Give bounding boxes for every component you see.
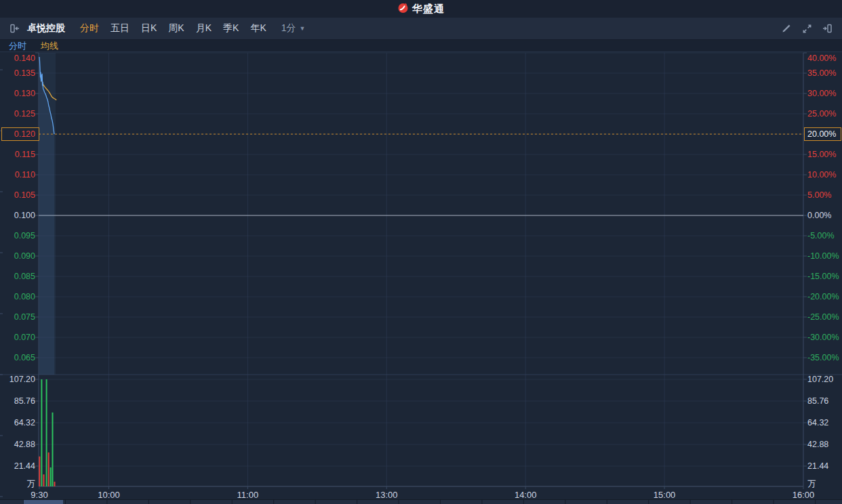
volume-axis-label: 85.76 [807, 396, 828, 406]
pct-axis-label: 10.00% [807, 170, 836, 180]
volume-bar [50, 467, 52, 486]
price-axis-label: 0.075 [14, 312, 35, 322]
chart-legend: 分时均线 [0, 40, 842, 51]
tab-five-day[interactable]: 五日 [111, 22, 129, 35]
last-price-label: 0.120 [14, 129, 35, 139]
period-tabs: 分时五日日K周K月K季K年K [80, 22, 266, 35]
tab-day-k[interactable]: 日K [141, 22, 157, 35]
tab-quarter-k[interactable]: 季K [223, 22, 239, 35]
time-axis-label: 13:00 [376, 490, 398, 500]
price-axis-label: 0.090 [14, 251, 35, 261]
price-axis-label: 0.135 [14, 68, 35, 78]
price-axis-label: 0.085 [14, 272, 35, 281]
volume-axis-label: 42.88 [807, 440, 828, 449]
volume-axis-label: 107.20 [9, 375, 35, 384]
pct-axis-label: 15.00% [807, 150, 836, 159]
price-axis-label: 0.095 [14, 231, 35, 240]
time-axis-label: 10:00 [98, 490, 120, 500]
time-axis-label: 11:00 [237, 490, 259, 500]
chart-toolbar: 卓悦控股 分时五日日K周K月K季K年K 1分 ▼ [0, 18, 842, 40]
range-navigator[interactable] [0, 500, 842, 504]
volume-axis-label: 64.32 [14, 418, 35, 427]
collapse-left-panel-icon[interactable] [8, 22, 20, 35]
pct-axis-label: 25.00% [807, 109, 836, 119]
volume-unit-label: 万 [27, 479, 36, 488]
pct-axis-label: 5.00% [807, 190, 831, 200]
volume-bar [46, 379, 47, 486]
volume-bar [52, 413, 54, 486]
pct-axis-label: 35.00% [807, 68, 836, 78]
time-axis-label: 15:00 [654, 490, 676, 500]
price-axis-label: 0.140 [14, 54, 35, 63]
volume-bar [54, 482, 56, 486]
time-axis-label: 16:00 [793, 490, 815, 500]
legend-avg-line[interactable]: 均线 [41, 40, 58, 51]
price-axis-label: 0.125 [14, 109, 35, 119]
price-axis-label: 0.105 [14, 190, 35, 200]
price-axis-label: 0.065 [14, 353, 35, 362]
pct-axis-label: -10.00% [807, 251, 839, 261]
volume-unit-label: 万 [807, 479, 816, 488]
time-axis-label: 14:00 [515, 490, 537, 500]
pct-axis-label: -5.00% [807, 231, 835, 240]
pct-axis-label: -30.00% [807, 333, 839, 342]
pct-axis-label: -25.00% [807, 312, 839, 322]
pct-axis-label: -15.00% [807, 272, 839, 281]
fullscreen-icon[interactable] [801, 22, 813, 35]
price-axis-label: 0.115 [15, 150, 35, 159]
volume-axis-label: 21.44 [807, 461, 828, 471]
price-axis-label: 0.100 [14, 211, 35, 220]
pct-axis-label: -35.00% [807, 353, 839, 362]
volume-bar [43, 474, 45, 486]
time-axis-label: 9:30 [31, 490, 47, 500]
tab-year-k[interactable]: 年K [250, 22, 266, 35]
draw-tool-icon[interactable] [780, 22, 792, 35]
app-title: 华盛通 [412, 3, 445, 16]
pct-axis-label: 30.00% [807, 89, 836, 98]
stock-name: 卓悦控股 [27, 22, 65, 35]
volume-axis-label: 85.76 [14, 396, 35, 406]
volume-bar [48, 453, 49, 486]
navigator-thumb[interactable] [24, 500, 63, 504]
chevron-down-icon: ▼ [300, 25, 306, 32]
pct-axis-label: -20.00% [807, 292, 839, 301]
volume-bar [41, 379, 42, 486]
tab-week-k[interactable]: 周K [168, 22, 184, 35]
minute-chart[interactable]: 0.1400.1350.1300.1250.1150.1100.1050.100… [0, 51, 842, 504]
price-axis-label: 0.070 [14, 333, 35, 342]
app-logo-icon [397, 2, 409, 16]
tab-month-k[interactable]: 月K [196, 22, 212, 35]
price-axis-label: 0.110 [15, 170, 35, 180]
volume-axis-label: 107.20 [807, 375, 833, 384]
interval-value: 1分 [281, 22, 296, 35]
price-axis-label: 0.130 [14, 89, 35, 98]
app-header: 华盛通 [0, 0, 842, 18]
legend-minute-line[interactable]: 分时 [9, 40, 26, 51]
volume-axis-label: 64.32 [807, 418, 828, 427]
pct-axis-label: 0.00% [807, 211, 831, 220]
tab-fenshi[interactable]: 分时 [80, 22, 99, 35]
volume-bar [39, 457, 40, 486]
volume-axis-label: 21.44 [14, 461, 35, 471]
price-axis-label: 0.080 [14, 292, 35, 301]
last-pct-label: 20.00% [807, 129, 836, 139]
pct-axis-label: 40.00% [807, 54, 836, 63]
app-window: 华盛通 卓悦控股 分时五日日K周K月K季K年K 1分 ▼ [0, 0, 842, 504]
interval-dropdown[interactable]: 1分 ▼ [281, 22, 306, 35]
collapse-right-panel-icon[interactable] [822, 22, 834, 35]
volume-axis-label: 42.88 [14, 440, 35, 449]
